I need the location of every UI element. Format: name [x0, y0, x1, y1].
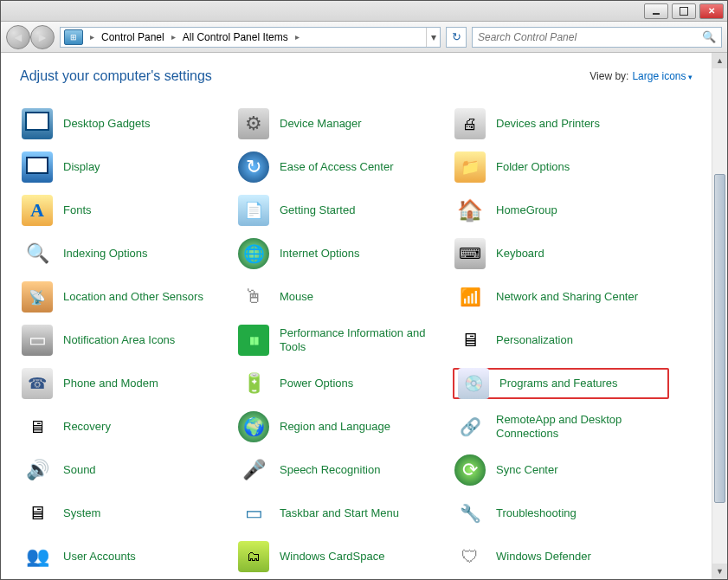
item-label: Taskbar and Start Menu: [280, 506, 399, 520]
item-label: RemoteApp and Desktop Connections: [496, 413, 652, 440]
item-label: Fonts: [63, 203, 92, 217]
item-label: Sound: [63, 463, 96, 477]
control-panel-item[interactable]: Folder Options: [453, 151, 669, 183]
item-label: Getting Started: [280, 203, 355, 217]
item-label: Sync Center: [496, 463, 558, 477]
control-panel-item[interactable]: Device Manager: [236, 108, 453, 139]
power-icon: [238, 368, 269, 399]
control-panel-item[interactable]: Phone and Modem: [20, 368, 236, 399]
control-panel-item[interactable]: Power Options: [236, 368, 453, 399]
control-panel-icon: ⊞: [64, 29, 83, 45]
items-grid: Desktop GadgetsDevice ManagerDevices and…: [20, 108, 717, 572]
maximize-button[interactable]: [672, 3, 696, 19]
control-panel-item[interactable]: Desktop Gadgets: [20, 108, 236, 139]
item-label: Performance Information and Tools: [280, 326, 435, 353]
sound-icon: [22, 454, 53, 486]
item-label: Recovery: [63, 420, 111, 434]
breadcrumb-bar[interactable]: ⊞ ▸ Control Panel ▸ All Control Panel It…: [60, 27, 441, 48]
control-panel-item[interactable]: Windows CardSpace: [236, 541, 453, 572]
network-icon: [454, 281, 486, 313]
item-label: Indexing Options: [63, 247, 148, 261]
page-heading: Adjust your computer's settings: [20, 68, 212, 84]
item-label: Location and Other Sensors: [63, 290, 203, 304]
user-icon: [22, 541, 53, 572]
ease-icon: [238, 151, 269, 183]
refresh-button[interactable]: ↻: [446, 27, 467, 48]
item-label: Power Options: [280, 377, 353, 390]
control-panel-item[interactable]: Taskbar and Start Menu: [236, 498, 453, 529]
personal-icon: [454, 325, 486, 356]
search-input[interactable]: [478, 31, 702, 43]
item-label: Troubleshooting: [496, 506, 577, 520]
view-by-label: View by:: [589, 70, 628, 82]
vertical-scrollbar[interactable]: ▲ ▼: [712, 53, 727, 579]
forward-button[interactable]: ►: [30, 25, 55, 49]
view-by: View by: Large icons: [589, 70, 693, 82]
close-button[interactable]: ✕: [699, 3, 724, 19]
control-panel-item[interactable]: Windows Defender: [453, 541, 669, 572]
item-label: Keyboard: [496, 247, 544, 261]
back-button[interactable]: ◄: [6, 25, 30, 49]
control-panel-item[interactable]: Display: [20, 151, 236, 183]
content-area: Adjust your computer's settings View by:…: [1, 53, 727, 579]
control-panel-item[interactable]: Performance Information and Tools: [236, 325, 453, 356]
notif-icon: [22, 325, 53, 356]
mouse-icon: [238, 281, 269, 313]
control-panel-item[interactable]: Getting Started: [236, 195, 453, 226]
item-label: HomeGroup: [496, 203, 557, 217]
control-panel-item[interactable]: Notification Area Icons: [20, 325, 236, 356]
item-label: Devices and Printers: [496, 117, 600, 131]
control-panel-item[interactable]: Region and Language: [236, 411, 453, 442]
recovery-icon: [22, 411, 53, 442]
control-panel-item[interactable]: HomeGroup: [453, 195, 669, 226]
minimize-button[interactable]: [644, 3, 668, 19]
search-icon[interactable]: 🔍: [702, 30, 716, 43]
device-icon: [238, 108, 269, 139]
control-panel-item[interactable]: Mouse: [236, 281, 453, 313]
control-panel-item[interactable]: User Accounts: [20, 541, 236, 572]
scroll-thumb[interactable]: [714, 174, 725, 503]
item-label: Desktop Gadgets: [63, 117, 150, 131]
trouble-icon: [454, 498, 486, 529]
control-panel-item[interactable]: Ease of Access Center: [236, 151, 453, 183]
breadcrumb-current[interactable]: All Control Panel Items: [179, 31, 292, 43]
search-box[interactable]: 🔍: [472, 27, 722, 48]
speech-icon: [238, 454, 269, 486]
control-panel-item[interactable]: Fonts: [20, 195, 236, 226]
control-panel-item[interactable]: Sync Center: [453, 454, 669, 486]
fonts-icon: [22, 195, 53, 226]
item-label: Region and Language: [280, 420, 390, 434]
control-panel-item[interactable]: Internet Options: [236, 238, 453, 269]
remote-icon: [454, 411, 486, 442]
control-panel-item[interactable]: Speech Recognition: [236, 454, 453, 486]
item-label: Programs and Features: [499, 377, 618, 390]
control-panel-item[interactable]: Programs and Features: [453, 368, 669, 399]
programs-icon: [458, 368, 489, 399]
breadcrumb-sep: ▸: [168, 32, 179, 42]
control-panel-item[interactable]: Recovery: [20, 411, 236, 442]
item-label: Mouse: [280, 290, 313, 304]
control-panel-item[interactable]: RemoteApp and Desktop Connections: [453, 411, 669, 442]
control-panel-item[interactable]: Keyboard: [453, 238, 669, 269]
breadcrumb-root[interactable]: Control Panel: [98, 31, 168, 43]
control-panel-item[interactable]: Sound: [20, 454, 236, 486]
item-label: Phone and Modem: [63, 377, 158, 390]
indexing-icon: [22, 238, 53, 269]
control-panel-item[interactable]: Personalization: [453, 325, 669, 356]
control-panel-item[interactable]: System: [20, 498, 236, 529]
view-by-value[interactable]: Large icons: [632, 70, 693, 82]
scroll-down-arrow[interactable]: ▼: [712, 564, 727, 579]
control-panel-item[interactable]: Location and Other Sensors: [20, 281, 236, 313]
keyboard-icon: [454, 238, 486, 269]
printers-icon: [454, 108, 486, 139]
homegroup-icon: [454, 195, 486, 226]
taskbar-icon: [238, 498, 269, 529]
item-label: User Accounts: [63, 550, 136, 564]
control-panel-item[interactable]: Troubleshooting: [453, 498, 669, 529]
cardspace-icon: [238, 541, 269, 572]
control-panel-item[interactable]: Indexing Options: [20, 238, 236, 269]
control-panel-item[interactable]: Devices and Printers: [453, 108, 669, 139]
breadcrumb-dropdown[interactable]: ▾: [426, 28, 440, 47]
control-panel-item[interactable]: Network and Sharing Center: [453, 281, 669, 313]
scroll-up-arrow[interactable]: ▲: [712, 53, 727, 68]
